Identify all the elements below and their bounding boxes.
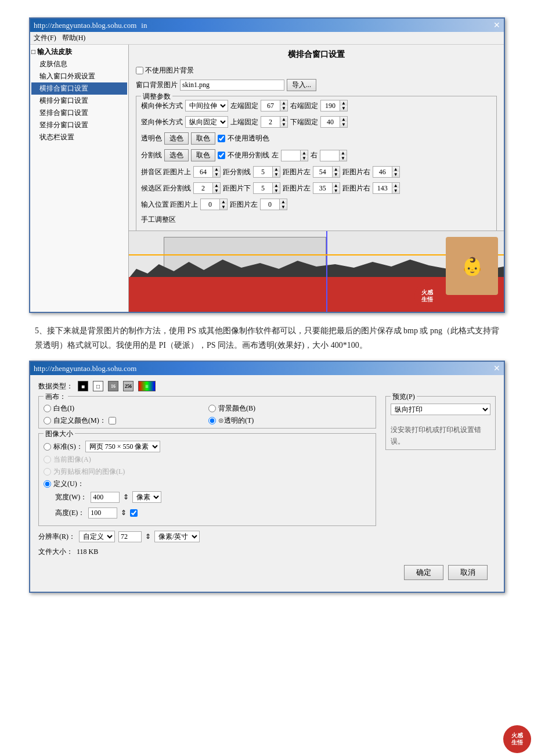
width-spin[interactable]: ⇕ <box>123 493 129 502</box>
bottom-fixed-input[interactable] <box>321 118 340 127</box>
size-clipboard-radio[interactable] <box>44 468 51 476</box>
bottom-fixed-down[interactable]: ▼ <box>340 122 347 127</box>
canvas-custom-radio[interactable] <box>44 417 51 424</box>
cb-up[interactable]: ▲ <box>273 183 280 188</box>
divline-right-up[interactable]: ▲ <box>340 150 347 156</box>
top-fixed-up[interactable]: ▲ <box>280 117 287 122</box>
canvas-transparent-radio[interactable] <box>208 417 216 424</box>
tree-item-hpai-split[interactable]: 横排分窗口设置 <box>31 95 127 107</box>
il-up[interactable]: ▲ <box>280 199 287 204</box>
no-bg-checkbox[interactable] <box>136 67 143 74</box>
bg-image-input[interactable] <box>180 80 284 91</box>
right-fixed-down[interactable]: ▼ <box>340 106 347 111</box>
pr-dn[interactable]: ▼ <box>392 172 399 177</box>
il-dn[interactable]: ▼ <box>280 204 287 210</box>
input-top-input[interactable] <box>201 200 219 209</box>
divline-right-down[interactable]: ▼ <box>340 156 347 161</box>
cd-dn[interactable]: ▼ <box>213 188 220 193</box>
pl-up[interactable]: ▲ <box>333 167 340 172</box>
size-custom-radio[interactable] <box>44 480 51 488</box>
select-color-btn[interactable]: 选色 <box>164 132 189 145</box>
dtype-white-icon[interactable]: □ <box>93 381 103 391</box>
cl-dn[interactable]: ▼ <box>333 188 340 193</box>
height-input[interactable] <box>88 507 117 519</box>
close-icon[interactable]: ✕ <box>493 20 500 30</box>
dtype-color-icon[interactable]: ≡ <box>138 381 156 391</box>
close-icon2[interactable]: ✕ <box>493 363 500 373</box>
import-button[interactable]: 导入... <box>287 79 316 91</box>
h-stretch-select[interactable]: 中间拉伸 <box>185 100 228 111</box>
ok-button[interactable]: 确定 <box>404 565 443 580</box>
left-fixed-up[interactable]: ▲ <box>280 100 287 106</box>
cancel-color-btn[interactable]: 取色 <box>191 132 215 145</box>
cand-divline-input[interactable] <box>194 184 212 193</box>
tree-item-hpai-merge[interactable]: 横排合窗口设置 <box>31 82 127 95</box>
divline-left-up[interactable]: ▲ <box>301 150 308 156</box>
tree-item-vpai-merge[interactable]: 竖排合窗口设置 <box>31 107 127 119</box>
top-fixed-input[interactable] <box>261 118 280 127</box>
left-fixed-down[interactable]: ▼ <box>280 106 287 111</box>
tree-item-skin-info[interactable]: 皮肤信息 <box>31 58 127 70</box>
pd-up[interactable]: ▲ <box>273 167 280 172</box>
input-left-input[interactable] <box>261 200 279 209</box>
tree-item-input-appearance[interactable]: 输入窗口外观设置 <box>31 70 127 82</box>
cr-up[interactable]: ▲ <box>392 183 399 188</box>
menu-file[interactable]: 文件(F) <box>34 33 56 43</box>
size-standard-select[interactable]: 网页 750 × 550 像素 <box>85 441 160 452</box>
right-fixed-up[interactable]: ▲ <box>340 100 347 106</box>
canvas-custom-check[interactable] <box>109 417 116 424</box>
height-spin[interactable]: ⇕ <box>121 509 127 517</box>
pl-dn[interactable]: ▼ <box>333 172 340 177</box>
tree-item-statusbar[interactable]: 状态栏设置 <box>31 131 127 143</box>
resolution-spin[interactable]: ⇕ <box>145 532 151 541</box>
resolution-input[interactable] <box>118 531 142 542</box>
tree-item-vpai-split[interactable]: 竖排分窗口设置 <box>31 119 127 131</box>
it-dn[interactable]: ▼ <box>220 204 227 210</box>
right-fixed-input[interactable] <box>321 102 340 110</box>
pinyin-left-input[interactable] <box>313 168 332 177</box>
canvas-white-radio[interactable] <box>44 405 51 412</box>
resolution-type-select[interactable]: 自定义 <box>79 531 115 542</box>
dtype-16-icon[interactable]: 16 <box>108 381 118 391</box>
resolution-unit-select[interactable]: 像素/英寸 <box>154 531 200 542</box>
v-stretch-select[interactable]: 纵向固定 <box>185 116 228 128</box>
top-fixed-down[interactable]: ▼ <box>280 122 287 127</box>
left-fixed-input[interactable] <box>261 102 280 110</box>
cr-dn[interactable]: ▼ <box>392 188 399 193</box>
it-up[interactable]: ▲ <box>220 199 227 204</box>
cand-bottom-input[interactable] <box>254 184 272 193</box>
pt-dn[interactable]: ▼ <box>213 172 220 177</box>
divline-left-input[interactable] <box>282 151 300 160</box>
divline-left-down[interactable]: ▼ <box>301 156 308 161</box>
no-divline-checkbox[interactable] <box>218 152 225 159</box>
menu-help[interactable]: 帮助(H) <box>62 33 86 43</box>
no-transparent-checkbox[interactable] <box>218 135 225 142</box>
canvas-bg-radio[interactable] <box>208 405 216 412</box>
size-current-radio[interactable] <box>44 456 51 463</box>
pinyin-right-input[interactable] <box>373 168 392 177</box>
pr-up[interactable]: ▲ <box>392 167 399 172</box>
pinyin-divline-input[interactable] <box>254 168 272 177</box>
pt-up[interactable]: ▲ <box>213 167 220 172</box>
dtype-bw-icon[interactable]: ■ <box>78 381 88 391</box>
cand-left-input[interactable] <box>313 184 332 193</box>
pinyin-top-input[interactable] <box>194 168 212 177</box>
divline-cancel-btn[interactable]: 取色 <box>191 149 215 161</box>
cand-right-input[interactable] <box>373 184 392 193</box>
cb-dn[interactable]: ▼ <box>273 188 280 193</box>
divline-select-btn[interactable]: 选色 <box>164 149 189 161</box>
cand-bottom-label: 距图片下 <box>223 183 251 193</box>
cancel-button[interactable]: 取消 <box>448 565 488 580</box>
width-unit-select[interactable]: 像素 <box>132 491 161 503</box>
right-panel: 横排合窗口设置 不使用图片背景 窗口背景图片 导入... 调整参数 <box>129 45 504 312</box>
preview-select[interactable]: 纵向打印 <box>391 404 490 415</box>
width-input[interactable] <box>91 492 120 503</box>
cd-up[interactable]: ▲ <box>213 183 220 188</box>
size-standard-radio[interactable] <box>44 443 51 451</box>
height-lock-check[interactable] <box>130 509 138 517</box>
cl-up[interactable]: ▲ <box>333 183 340 188</box>
pd-dn[interactable]: ▼ <box>273 172 280 177</box>
bottom-fixed-up[interactable]: ▲ <box>340 117 347 122</box>
divline-right-input[interactable] <box>320 151 339 160</box>
dtype-256-icon[interactable]: 256 <box>123 381 134 391</box>
